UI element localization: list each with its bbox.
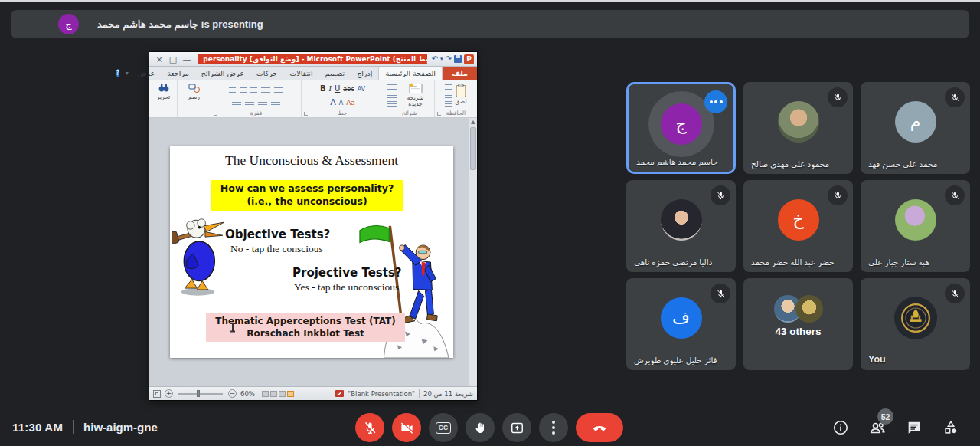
ppt-tab-view: عرض (132, 67, 161, 80)
participant-tile[interactable]: هبه ستار جبار علي (861, 180, 970, 272)
ppt-ribbon: لصق الحافظة شريحة جديدة شرائح (149, 80, 477, 118)
normal-view-icon (287, 391, 294, 397)
slide-sorter-view-icon (279, 391, 286, 397)
slideshow-view-icon (270, 391, 277, 397)
zoom-slider-thumb (197, 390, 200, 397)
slide-pink-highlight: Thematic Apperceptions Test (TAT) Rorsch… (206, 313, 405, 342)
new-slide-icon (409, 83, 423, 94)
indent-increase-icon (240, 87, 247, 93)
ppt-tab-review: مراجعة (161, 67, 195, 80)
ppt-paragraph-row-2 (232, 97, 280, 106)
raise-hand-button[interactable] (466, 413, 495, 442)
tile-more-options-icon[interactable] (704, 90, 727, 113)
ppt-group-clipboard: لصق الحافظة (434, 80, 477, 117)
present-screen-button[interactable] (502, 413, 531, 442)
participant-grid: ج جاسم محمد هاشم محمد محمود علي مهدي صال… (626, 82, 970, 370)
ppt-logo-icon: P (464, 54, 474, 64)
zoom-slider (178, 393, 223, 395)
shared-screen-powerpoint[interactable]: × □ — personality [وضع التوافق] - Micros… (149, 52, 477, 400)
view-mode-icons (262, 391, 294, 397)
window-top-edge (0, 0, 980, 2)
activities-button[interactable] (942, 418, 960, 437)
zoom-in-icon: + (165, 389, 173, 398)
chat-button[interactable] (905, 418, 923, 437)
ppt-minimize-ribbon-icon: ▾ (126, 70, 129, 77)
ppt-group-drawing: رسم (177, 80, 211, 117)
delete-slide-icon (387, 101, 397, 107)
mic-off-icon (363, 421, 377, 435)
ppt-editing-label: تحرير (157, 94, 170, 100)
end-call-icon (591, 419, 608, 436)
character-spacing-icon: AV (358, 86, 365, 93)
meeting-details-button[interactable] (831, 418, 850, 437)
leave-call-button[interactable] (576, 413, 623, 442)
camera-off-icon (400, 421, 414, 435)
university-emblem-icon (899, 301, 933, 335)
presenter-avatar: ج (58, 14, 79, 34)
presenting-suffix: is presenting (201, 18, 263, 30)
zoom-level: 60% (240, 390, 255, 398)
mic-off-icon (945, 87, 965, 107)
participant-name: هبه ستار جبار علي (868, 257, 929, 267)
ppt-minimize-icon: — (180, 55, 194, 64)
ppt-vertical-scrollbar[interactable] (469, 118, 477, 386)
avatar-photo (661, 199, 702, 241)
strikethrough-icon: abc (343, 86, 354, 93)
ppt-ribbon-tabs: ملف الصفحة الرئيسية إدراج تصميم انتقالات… (149, 67, 477, 80)
align-center-icon (258, 100, 267, 106)
footer-separator (73, 420, 74, 434)
slide-objective-heading: Objective Tests? (225, 228, 330, 241)
ppt-paragraph-row-1 (229, 86, 283, 93)
mic-off-icon (945, 284, 965, 303)
others-count-label: 43 others (743, 326, 853, 337)
shrink-font-icon: A (339, 100, 343, 107)
slide-title: The Unconscious & Assessment (170, 152, 453, 169)
camera-toggle-button[interactable] (392, 413, 421, 442)
ppt-paste-label: لصق (455, 99, 466, 105)
ppt-maximize-icon: □ (166, 55, 180, 64)
participant-tile[interactable]: خ خضر عبد الله خضر محمد (743, 180, 853, 272)
raised-hand-icon (473, 421, 488, 435)
avatar-letter: ف (672, 308, 690, 328)
avatar-letter: م (910, 112, 921, 132)
underline-icon: U (335, 84, 340, 93)
scrollbar-thumb (470, 127, 476, 170)
clock-time: 11:30 AM (12, 421, 63, 434)
participant-tile[interactable]: م محمد علي حسن فهد (861, 82, 970, 174)
ppt-slide: The Unconscious & Assessment How can we … (170, 146, 453, 358)
ppt-save-icon (454, 55, 462, 63)
cut-icon (445, 84, 452, 90)
ppt-editing-button: تحرير (157, 83, 170, 100)
ppt-close-icon: × (152, 55, 166, 64)
participant-tile[interactable]: داليا مرتضى حمزه ناهي (626, 180, 736, 272)
participant-tile-presenter[interactable]: ج جاسم محمد هاشم محمد (626, 82, 736, 174)
grow-font-icon: A (330, 97, 336, 107)
participant-tile[interactable]: محمود علي مهدي صالح (743, 82, 853, 174)
ppt-clipboard-small-buttons (445, 83, 452, 107)
participant-tile[interactable]: ف فائز خليل عليوي طويرش (626, 278, 736, 370)
participant-tile-others[interactable]: 43 others (743, 278, 853, 370)
participants-button[interactable]: 52 (868, 418, 887, 437)
format-painter-icon (445, 101, 452, 107)
avatar: م (895, 101, 936, 143)
ppt-paste-button: لصق (455, 83, 467, 105)
fit-slide-to-window-icon (153, 390, 161, 398)
mic-off-icon (710, 185, 730, 205)
shapes-icon (188, 83, 201, 93)
captions-button[interactable]: CC (429, 413, 458, 442)
presenter-name: جاسم محمد هاشم محمد (97, 18, 198, 30)
ppt-undo-icon: ↶ (432, 55, 438, 63)
ppt-font-row-1: B I U abc AV (320, 84, 365, 94)
align-left-icon (245, 100, 254, 106)
text-direction-icon (229, 87, 236, 93)
mic-toggle-button[interactable] (355, 413, 384, 442)
ppt-font-label: خط (302, 110, 384, 116)
bullets-icon (274, 87, 283, 93)
slide-question-line1: How can we assess personality? (212, 182, 402, 195)
ppt-paragraph-label: فقرة (211, 110, 301, 116)
participant-name: فائز خليل عليوي طويرش (634, 356, 717, 365)
mic-off-icon (828, 87, 848, 107)
more-options-button[interactable] (539, 413, 568, 442)
avatar: ج (661, 103, 702, 145)
participant-tile-you[interactable]: You (861, 278, 970, 370)
